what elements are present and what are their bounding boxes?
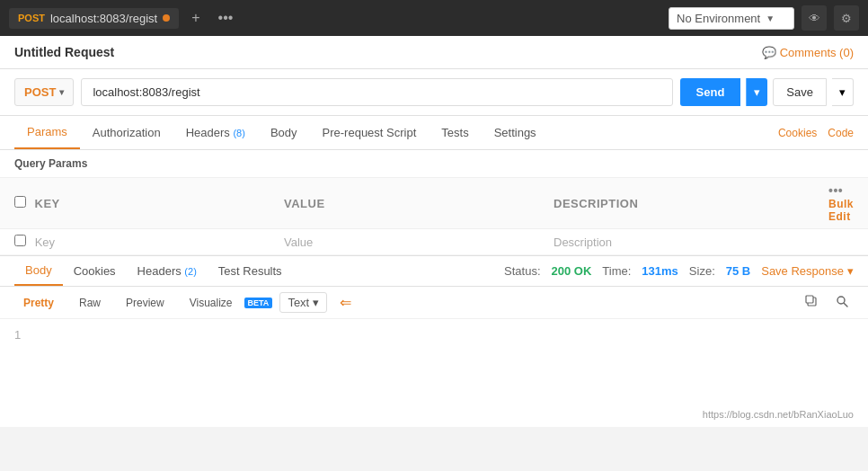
url-bar: POST ▾ Send ▾ Save ▾	[0, 69, 868, 116]
bulk-edit-button[interactable]: Bulk Edit	[828, 198, 854, 223]
more-dots-icon[interactable]: •••	[828, 183, 843, 198]
gear-icon: ⚙	[841, 12, 852, 25]
key-checkbox[interactable]	[14, 196, 26, 208]
col-value-header: VALUE	[270, 178, 539, 229]
environment-select[interactable]: No Environment ▼	[669, 7, 794, 30]
res-tab-headers[interactable]: Headers (2)	[127, 257, 208, 285]
env-section: No Environment ▼ 👁 ⚙	[669, 5, 859, 31]
env-value: No Environment	[677, 12, 760, 25]
toolbar-right	[800, 292, 854, 313]
watermark: https://blog.csdn.net/bRanXiaoLuo	[703, 409, 854, 420]
res-tab-cookies[interactable]: Cookies	[63, 257, 127, 285]
svg-rect-1	[806, 296, 813, 303]
type-value: Text	[288, 296, 309, 309]
gear-icon-button[interactable]: ⚙	[834, 5, 859, 31]
save-response-arrow: ▾	[847, 264, 854, 278]
save-response-button[interactable]: Save Response ▾	[761, 264, 854, 278]
col-key-header: KEY	[0, 178, 270, 229]
size-value: 75 B	[726, 264, 750, 278]
key-cell: Key	[0, 229, 270, 255]
eye-icon: 👁	[809, 12, 820, 25]
headers-badge: (8)	[233, 128, 244, 138]
comments-icon: 💬	[762, 46, 776, 59]
response-body: 1 https://blog.csdn.net/bRanXiaoLuo	[0, 319, 868, 427]
tab-headers[interactable]: Headers (8)	[173, 117, 258, 148]
response-status: Status: 200 OK Time: 131ms Size: 75 B Sa…	[504, 264, 854, 278]
comments-label: Comments (0)	[780, 46, 854, 59]
tab-settings[interactable]: Settings	[482, 117, 549, 148]
search-button[interactable]	[830, 292, 854, 313]
raw-button[interactable]: Raw	[70, 293, 110, 313]
beta-badge: BETA	[244, 298, 273, 308]
visualize-group: Visualize BETA	[181, 293, 273, 313]
time-value: 131ms	[642, 264, 678, 278]
tab-body[interactable]: Body	[258, 117, 310, 148]
more-tabs-button[interactable]: •••	[213, 8, 239, 28]
value-cell: Value	[270, 229, 539, 255]
cookies-link[interactable]: Cookies	[778, 127, 817, 139]
col-desc-header: DESCRIPTION	[539, 178, 814, 229]
method-arrow: ▾	[59, 87, 64, 97]
response-toolbar: Pretty Raw Preview Visualize BETA Text ▾…	[0, 287, 868, 319]
copy-icon	[805, 295, 818, 307]
send-dropdown-arrow: ▾	[754, 85, 760, 99]
tab-pre-request[interactable]: Pre-request Script	[310, 117, 430, 148]
line-number: 1	[14, 328, 21, 342]
request-title: Untitled Request	[14, 45, 114, 59]
time-label: Time:	[602, 264, 631, 278]
send-button[interactable]: Send	[680, 78, 741, 106]
headers-res-badge: (2)	[184, 266, 196, 277]
method-select[interactable]: POST ▾	[14, 78, 74, 106]
col-actions-header: ••• Bulk Edit	[814, 178, 868, 229]
top-bar: POST localhost:8083/regist + ••• No Envi…	[0, 0, 868, 36]
save-dropdown-button[interactable]: ▾	[832, 78, 854, 106]
type-arrow: ▾	[313, 296, 319, 309]
preview-button[interactable]: Preview	[117, 293, 173, 313]
tabs-right: Cookies Code	[778, 127, 854, 139]
save-dropdown-arrow: ▾	[839, 85, 846, 99]
wrap-icon-button[interactable]: ⇐	[334, 292, 357, 313]
method-label: POST	[24, 85, 56, 99]
status-label: Status:	[504, 264, 540, 278]
save-button[interactable]: Save	[773, 78, 827, 106]
tab-authorization[interactable]: Authorization	[80, 117, 173, 148]
row-actions-cell	[814, 229, 868, 255]
params-table: KEY VALUE DESCRIPTION ••• Bulk Edit Key	[0, 178, 868, 255]
url-input[interactable]	[81, 78, 672, 106]
request-tab[interactable]: POST localhost:8083/regist	[9, 8, 179, 29]
pretty-button[interactable]: Pretty	[14, 293, 63, 313]
query-params-section: Query Params KEY VALUE DESCRIPTION ••• B…	[0, 150, 868, 255]
visualize-button[interactable]: Visualize	[181, 293, 242, 313]
query-params-title: Query Params	[0, 150, 868, 178]
status-value: 200 OK	[552, 264, 592, 278]
request-title-bar: Untitled Request 💬 Comments (0)	[0, 36, 868, 69]
tab-method: POST	[18, 13, 45, 23]
desc-cell: Description	[539, 229, 814, 255]
tab-params[interactable]: Params	[14, 116, 80, 149]
tab-tests[interactable]: Tests	[429, 117, 481, 148]
res-tab-body[interactable]: Body	[14, 256, 63, 286]
search-icon	[836, 295, 848, 307]
res-tab-test-results[interactable]: Test Results	[208, 257, 293, 285]
tab-dot	[163, 14, 170, 22]
code-link[interactable]: Code	[828, 127, 854, 139]
response-tabs-bar: Body Cookies Headers (2) Test Results St…	[0, 255, 868, 287]
tab-url: localhost:8083/regist	[50, 12, 157, 25]
add-tab-button[interactable]: +	[186, 8, 205, 28]
copy-button[interactable]	[800, 292, 823, 313]
table-row: Key Value Description	[0, 229, 868, 255]
size-label: Size:	[689, 264, 715, 278]
send-save-group: Send ▾ Save ▾	[680, 78, 854, 106]
svg-line-3	[844, 303, 847, 307]
send-dropdown-button[interactable]: ▾	[746, 78, 767, 106]
comments-link[interactable]: 💬 Comments (0)	[762, 46, 854, 59]
env-dropdown-arrow: ▼	[766, 13, 775, 23]
type-select[interactable]: Text ▾	[279, 292, 327, 313]
eye-icon-button[interactable]: 👁	[802, 5, 827, 31]
request-tabs-bar: Params Authorization Headers (8) Body Pr…	[0, 116, 868, 150]
row-checkbox[interactable]	[14, 235, 26, 246]
